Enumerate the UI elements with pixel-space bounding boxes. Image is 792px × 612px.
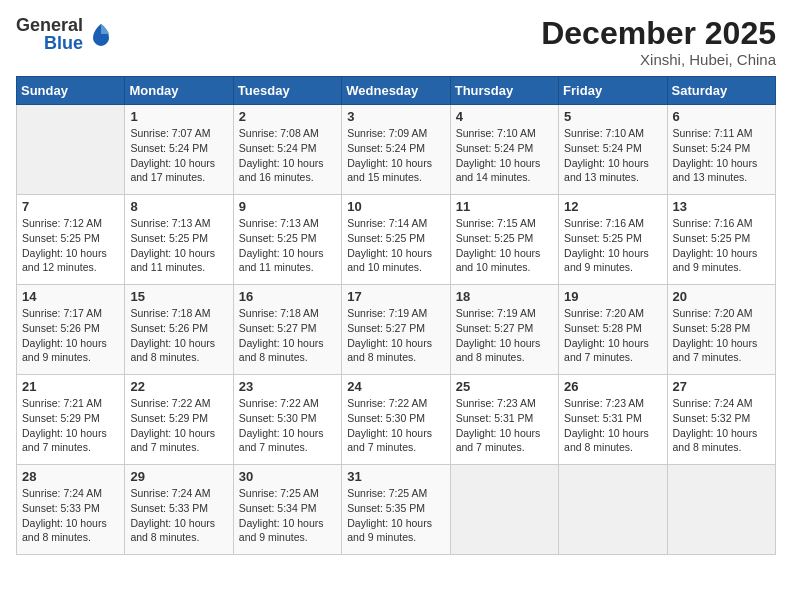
- calendar-cell: 1Sunrise: 7:07 AM Sunset: 5:24 PM Daylig…: [125, 105, 233, 195]
- day-number: 11: [456, 199, 553, 214]
- day-info: Sunrise: 7:16 AM Sunset: 5:25 PM Dayligh…: [564, 216, 661, 275]
- calendar-cell: [450, 465, 558, 555]
- calendar-cell: 28Sunrise: 7:24 AM Sunset: 5:33 PM Dayli…: [17, 465, 125, 555]
- day-number: 6: [673, 109, 770, 124]
- calendar-cell: 29Sunrise: 7:24 AM Sunset: 5:33 PM Dayli…: [125, 465, 233, 555]
- day-info: Sunrise: 7:15 AM Sunset: 5:25 PM Dayligh…: [456, 216, 553, 275]
- day-number: 26: [564, 379, 661, 394]
- calendar-week-row: 21Sunrise: 7:21 AM Sunset: 5:29 PM Dayli…: [17, 375, 776, 465]
- day-number: 16: [239, 289, 336, 304]
- day-info: Sunrise: 7:22 AM Sunset: 5:29 PM Dayligh…: [130, 396, 227, 455]
- calendar-cell: 20Sunrise: 7:20 AM Sunset: 5:28 PM Dayli…: [667, 285, 775, 375]
- day-number: 31: [347, 469, 444, 484]
- day-number: 13: [673, 199, 770, 214]
- calendar-cell: [559, 465, 667, 555]
- calendar-cell: 31Sunrise: 7:25 AM Sunset: 5:35 PM Dayli…: [342, 465, 450, 555]
- day-info: Sunrise: 7:17 AM Sunset: 5:26 PM Dayligh…: [22, 306, 119, 365]
- calendar-cell: 14Sunrise: 7:17 AM Sunset: 5:26 PM Dayli…: [17, 285, 125, 375]
- day-info: Sunrise: 7:16 AM Sunset: 5:25 PM Dayligh…: [673, 216, 770, 275]
- calendar-week-row: 14Sunrise: 7:17 AM Sunset: 5:26 PM Dayli…: [17, 285, 776, 375]
- header-friday: Friday: [559, 77, 667, 105]
- calendar-cell: 16Sunrise: 7:18 AM Sunset: 5:27 PM Dayli…: [233, 285, 341, 375]
- calendar-cell: 17Sunrise: 7:19 AM Sunset: 5:27 PM Dayli…: [342, 285, 450, 375]
- day-info: Sunrise: 7:19 AM Sunset: 5:27 PM Dayligh…: [347, 306, 444, 365]
- calendar-cell: 18Sunrise: 7:19 AM Sunset: 5:27 PM Dayli…: [450, 285, 558, 375]
- day-info: Sunrise: 7:10 AM Sunset: 5:24 PM Dayligh…: [564, 126, 661, 185]
- logo-icon: [87, 20, 115, 48]
- day-info: Sunrise: 7:23 AM Sunset: 5:31 PM Dayligh…: [456, 396, 553, 455]
- day-number: 21: [22, 379, 119, 394]
- calendar-cell: 7Sunrise: 7:12 AM Sunset: 5:25 PM Daylig…: [17, 195, 125, 285]
- header-monday: Monday: [125, 77, 233, 105]
- calendar-cell: 11Sunrise: 7:15 AM Sunset: 5:25 PM Dayli…: [450, 195, 558, 285]
- day-info: Sunrise: 7:22 AM Sunset: 5:30 PM Dayligh…: [347, 396, 444, 455]
- location-title: Xinshi, Hubei, China: [541, 51, 776, 68]
- calendar-cell: 30Sunrise: 7:25 AM Sunset: 5:34 PM Dayli…: [233, 465, 341, 555]
- day-number: 18: [456, 289, 553, 304]
- logo: General Blue: [16, 16, 115, 52]
- calendar-cell: 4Sunrise: 7:10 AM Sunset: 5:24 PM Daylig…: [450, 105, 558, 195]
- calendar-week-row: 28Sunrise: 7:24 AM Sunset: 5:33 PM Dayli…: [17, 465, 776, 555]
- day-info: Sunrise: 7:23 AM Sunset: 5:31 PM Dayligh…: [564, 396, 661, 455]
- day-number: 20: [673, 289, 770, 304]
- calendar-cell: 8Sunrise: 7:13 AM Sunset: 5:25 PM Daylig…: [125, 195, 233, 285]
- day-info: Sunrise: 7:14 AM Sunset: 5:25 PM Dayligh…: [347, 216, 444, 275]
- day-number: 28: [22, 469, 119, 484]
- calendar-cell: [17, 105, 125, 195]
- day-info: Sunrise: 7:20 AM Sunset: 5:28 PM Dayligh…: [673, 306, 770, 365]
- day-info: Sunrise: 7:24 AM Sunset: 5:33 PM Dayligh…: [22, 486, 119, 545]
- day-number: 7: [22, 199, 119, 214]
- day-info: Sunrise: 7:22 AM Sunset: 5:30 PM Dayligh…: [239, 396, 336, 455]
- calendar-cell: 2Sunrise: 7:08 AM Sunset: 5:24 PM Daylig…: [233, 105, 341, 195]
- day-info: Sunrise: 7:13 AM Sunset: 5:25 PM Dayligh…: [130, 216, 227, 275]
- calendar-cell: 12Sunrise: 7:16 AM Sunset: 5:25 PM Dayli…: [559, 195, 667, 285]
- header-thursday: Thursday: [450, 77, 558, 105]
- day-number: 23: [239, 379, 336, 394]
- day-info: Sunrise: 7:25 AM Sunset: 5:35 PM Dayligh…: [347, 486, 444, 545]
- day-info: Sunrise: 7:13 AM Sunset: 5:25 PM Dayligh…: [239, 216, 336, 275]
- calendar-cell: 9Sunrise: 7:13 AM Sunset: 5:25 PM Daylig…: [233, 195, 341, 285]
- day-number: 19: [564, 289, 661, 304]
- day-info: Sunrise: 7:21 AM Sunset: 5:29 PM Dayligh…: [22, 396, 119, 455]
- day-number: 4: [456, 109, 553, 124]
- day-info: Sunrise: 7:24 AM Sunset: 5:33 PM Dayligh…: [130, 486, 227, 545]
- day-number: 17: [347, 289, 444, 304]
- day-number: 27: [673, 379, 770, 394]
- day-info: Sunrise: 7:20 AM Sunset: 5:28 PM Dayligh…: [564, 306, 661, 365]
- day-info: Sunrise: 7:12 AM Sunset: 5:25 PM Dayligh…: [22, 216, 119, 275]
- day-number: 29: [130, 469, 227, 484]
- page-header: General Blue December 2025 Xinshi, Hubei…: [16, 16, 776, 68]
- day-number: 10: [347, 199, 444, 214]
- calendar-cell: 15Sunrise: 7:18 AM Sunset: 5:26 PM Dayli…: [125, 285, 233, 375]
- day-info: Sunrise: 7:08 AM Sunset: 5:24 PM Dayligh…: [239, 126, 336, 185]
- calendar-cell: 23Sunrise: 7:22 AM Sunset: 5:30 PM Dayli…: [233, 375, 341, 465]
- day-info: Sunrise: 7:19 AM Sunset: 5:27 PM Dayligh…: [456, 306, 553, 365]
- calendar-cell: 21Sunrise: 7:21 AM Sunset: 5:29 PM Dayli…: [17, 375, 125, 465]
- calendar-week-row: 7Sunrise: 7:12 AM Sunset: 5:25 PM Daylig…: [17, 195, 776, 285]
- day-number: 25: [456, 379, 553, 394]
- logo-general: General: [16, 16, 83, 34]
- calendar-cell: 13Sunrise: 7:16 AM Sunset: 5:25 PM Dayli…: [667, 195, 775, 285]
- calendar-cell: 19Sunrise: 7:20 AM Sunset: 5:28 PM Dayli…: [559, 285, 667, 375]
- day-info: Sunrise: 7:24 AM Sunset: 5:32 PM Dayligh…: [673, 396, 770, 455]
- calendar-cell: 25Sunrise: 7:23 AM Sunset: 5:31 PM Dayli…: [450, 375, 558, 465]
- calendar-cell: 5Sunrise: 7:10 AM Sunset: 5:24 PM Daylig…: [559, 105, 667, 195]
- day-info: Sunrise: 7:10 AM Sunset: 5:24 PM Dayligh…: [456, 126, 553, 185]
- day-number: 8: [130, 199, 227, 214]
- day-info: Sunrise: 7:18 AM Sunset: 5:26 PM Dayligh…: [130, 306, 227, 365]
- calendar-cell: 22Sunrise: 7:22 AM Sunset: 5:29 PM Dayli…: [125, 375, 233, 465]
- title-block: December 2025 Xinshi, Hubei, China: [541, 16, 776, 68]
- day-info: Sunrise: 7:25 AM Sunset: 5:34 PM Dayligh…: [239, 486, 336, 545]
- logo-blue: Blue: [44, 34, 83, 52]
- day-number: 24: [347, 379, 444, 394]
- calendar-cell: 10Sunrise: 7:14 AM Sunset: 5:25 PM Dayli…: [342, 195, 450, 285]
- header-wednesday: Wednesday: [342, 77, 450, 105]
- day-number: 9: [239, 199, 336, 214]
- day-number: 15: [130, 289, 227, 304]
- day-number: 5: [564, 109, 661, 124]
- calendar-cell: [667, 465, 775, 555]
- day-number: 2: [239, 109, 336, 124]
- calendar-cell: 3Sunrise: 7:09 AM Sunset: 5:24 PM Daylig…: [342, 105, 450, 195]
- calendar-cell: 27Sunrise: 7:24 AM Sunset: 5:32 PM Dayli…: [667, 375, 775, 465]
- header-saturday: Saturday: [667, 77, 775, 105]
